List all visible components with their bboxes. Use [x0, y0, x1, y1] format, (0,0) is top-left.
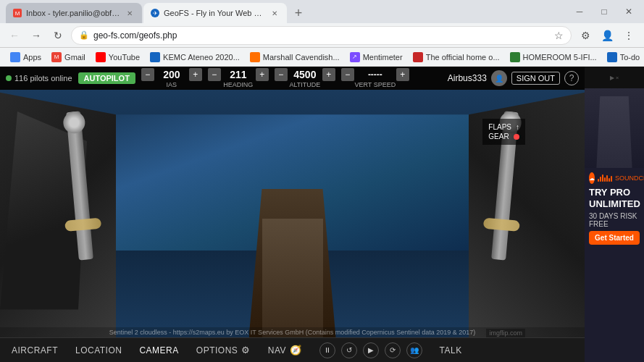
- homeroom-favicon: [510, 52, 520, 62]
- reset-button[interactable]: ↺: [341, 342, 357, 358]
- reload-button[interactable]: ↻: [49, 27, 67, 44]
- close-window-button[interactable]: ✕: [619, 2, 638, 21]
- user-avatar[interactable]: 👤: [491, 70, 507, 86]
- wave-7: [611, 176, 612, 182]
- altitude-decrease-button[interactable]: −: [275, 68, 288, 81]
- bookmark-homeroom[interactable]: HOMEROOM 5-IFI...: [506, 51, 601, 64]
- options-gear-icon: ⚙: [241, 345, 251, 355]
- help-button[interactable]: ?: [564, 71, 579, 85]
- tab-label-geofs: GeoFS - Fly in Your Web Browser: [164, 9, 265, 17]
- heading-value: 211: [224, 69, 253, 80]
- user-info: Airbus333 👤 SIGN OUT ?: [448, 70, 579, 86]
- bookmark-gmail[interactable]: M Gmail: [47, 51, 90, 64]
- maximize-button[interactable]: □: [595, 2, 614, 21]
- bookmark-mentimeter[interactable]: ↗ Mentimeter: [346, 51, 407, 64]
- gear-label: GEAR: [488, 132, 509, 140]
- new-tab-button[interactable]: +: [288, 3, 309, 23]
- gmail-favicon: M: [51, 52, 62, 62]
- soundcloud-brand-label: SOUNDCLOUD: [615, 174, 644, 182]
- toolbar-camera[interactable]: CAMERA: [139, 345, 178, 355]
- bookmark-marshall[interactable]: Marshall Cavendish...: [246, 51, 344, 64]
- soundcloud-section: ☁ SOUNDCLOUD TRY PRO UNLIMITED: [585, 168, 644, 249]
- ad-subtitle: 30 DAYS RISK FREE: [589, 212, 640, 228]
- youtube-favicon: [96, 52, 106, 62]
- flight-scene[interactable]: FLAPS ↑ GEAR Sentinel 2 cloudless - http…: [0, 90, 585, 337]
- bookmarks-bar: Apps M Gmail YouTube KEMC Ateneo 2020...…: [0, 48, 644, 67]
- altitude-increase-button[interactable]: +: [322, 68, 335, 81]
- fast-forward-button[interactable]: ⟳: [385, 342, 401, 358]
- toolbar-options[interactable]: OPTIONS ⚙: [196, 345, 251, 355]
- altitude-value: 4500: [290, 69, 319, 80]
- bookmark-youtube[interactable]: YouTube: [91, 51, 144, 64]
- play-button[interactable]: ▶: [363, 342, 379, 358]
- vert-speed-increase-button[interactable]: +: [396, 68, 409, 81]
- sign-out-button[interactable]: SIGN OUT: [511, 72, 560, 85]
- tab-inbox[interactable]: M Inbox - tyler.panilio@obf.atene... ✕: [6, 3, 142, 23]
- tab-label-inbox: Inbox - tyler.panilio@obf.atene...: [26, 9, 120, 17]
- bookmark-apps[interactable]: Apps: [6, 51, 46, 64]
- hud-bar: 116 pilots online AUTOPILOT − 200 + IAS …: [0, 67, 585, 90]
- extensions-icon[interactable]: ⚙: [576, 26, 595, 45]
- tab-close-geofs[interactable]: ✕: [269, 8, 280, 18]
- ad-cta-button[interactable]: Get Started: [589, 231, 640, 245]
- soundcloud-waves: [598, 174, 612, 182]
- vert-speed-control-group: − ----- + VERT SPEED: [341, 68, 409, 88]
- bookmark-apps-label: Apps: [23, 53, 41, 62]
- soundcloud-icon: ☁: [589, 172, 595, 184]
- bookmark-official[interactable]: The official home o...: [409, 51, 504, 64]
- autopilot-button[interactable]: AUTOPILOT: [78, 72, 135, 84]
- bookmark-official-label: The official home o...: [426, 53, 500, 62]
- wave-1: [598, 179, 599, 182]
- title-bar: M Inbox - tyler.panilio@obf.atene... ✕ ✈…: [0, 0, 644, 23]
- vert-speed-decrease-button[interactable]: −: [341, 68, 354, 81]
- bookmark-youtube-label: YouTube: [109, 53, 140, 62]
- flaps-value: ↑: [516, 123, 519, 131]
- tab-favicon-inbox: M: [13, 9, 22, 17]
- menu-icon[interactable]: ⋮: [619, 26, 638, 45]
- options-label: OPTIONS: [196, 345, 238, 355]
- tabs-bar: M Inbox - tyler.panilio@obf.atene... ✕ ✈…: [6, 0, 567, 23]
- bookmark-marshall-label: Marshall Cavendish...: [263, 53, 340, 62]
- gear-indicator: [514, 134, 519, 140]
- camera-label: CAMERA: [139, 345, 178, 355]
- bookmark-star-icon[interactable]: ☆: [554, 30, 564, 41]
- forward-button[interactable]: →: [28, 27, 45, 44]
- url-bar[interactable]: 🔒 geo-fs.com/geofs.php ☆: [71, 26, 572, 45]
- address-bar: ← → ↻ 🔒 geo-fs.com/geofs.php ☆ ⚙ 👤 ⋮: [0, 23, 644, 48]
- nav-compass-icon: 🧭: [290, 345, 302, 355]
- minimize-button[interactable]: ─: [570, 2, 589, 21]
- toolbar-talk[interactable]: TALK: [440, 345, 462, 355]
- pause-button[interactable]: ⏸: [319, 342, 335, 358]
- todo-favicon: [607, 52, 617, 62]
- toolbar-location[interactable]: LOCATION: [75, 345, 122, 355]
- content-area: 116 pilots online AUTOPILOT − 200 + IAS …: [0, 67, 644, 362]
- toolbar-nav[interactable]: NAV 🧭: [268, 345, 302, 355]
- imgflip-watermark: imgflip.com: [486, 329, 525, 337]
- heading-control-group: − 211 + HEADING: [208, 68, 269, 88]
- bookmark-kemc[interactable]: KEMC Ateneo 2020...: [146, 51, 244, 64]
- apps-favicon: [10, 52, 20, 62]
- tab-favicon-geofs: ✈: [151, 9, 159, 17]
- profile-icon[interactable]: 👤: [598, 26, 616, 45]
- ad-panel: ▶ × ☁: [585, 67, 644, 362]
- tab-close-inbox[interactable]: ✕: [125, 8, 135, 18]
- ias-decrease-button[interactable]: −: [141, 68, 154, 81]
- multiplayer-button[interactable]: 👥: [406, 342, 422, 358]
- nav-label: NAV: [268, 345, 286, 355]
- ias-increase-button[interactable]: +: [189, 68, 202, 81]
- bottom-toolbar: AIRCRAFT LOCATION CAMERA OPTIONS ⚙ NAV 🧭: [0, 337, 585, 362]
- wave-2: [600, 177, 601, 182]
- ad-content: ☁ SOUNDCLOUD TRY PRO UNLIMITED: [585, 88, 644, 362]
- wave-3: [602, 174, 603, 182]
- heading-decrease-button[interactable]: −: [208, 68, 221, 81]
- location-label: LOCATION: [75, 345, 122, 355]
- altitude-label: ALTITUDE: [289, 81, 320, 88]
- bookmark-mentimeter-label: Mentimeter: [363, 53, 403, 62]
- toolbar-aircraft[interactable]: AIRCRAFT: [12, 345, 58, 355]
- heading-increase-button[interactable]: +: [256, 68, 269, 81]
- pilots-online-indicator: 116 pilots online: [6, 74, 72, 83]
- wave-6: [609, 178, 610, 182]
- bookmark-todo[interactable]: To-do: [603, 51, 644, 64]
- back-button[interactable]: ←: [6, 27, 23, 44]
- tab-geofs[interactable]: ✈ GeoFS - Fly in Your Web Browser ✕: [143, 3, 287, 23]
